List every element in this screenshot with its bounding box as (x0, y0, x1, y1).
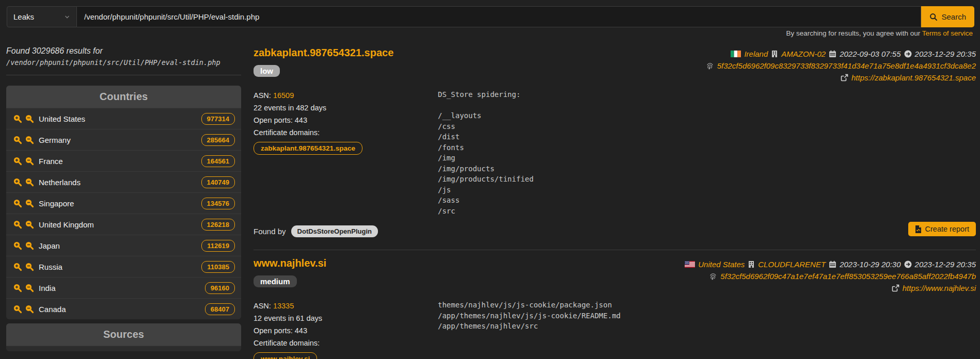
country-row-singapore: Singapore 134576 (6, 192, 241, 214)
fingerprint-link[interactable]: 5f32cf5d6962f09c8329733f8329733f41d34e71… (717, 61, 976, 70)
country-count-badge: 68407 (205, 303, 235, 315)
country-name: India (39, 284, 56, 292)
country-row-united-states: United States 977314 (6, 108, 241, 129)
network-link[interactable]: AMAZON-02 (781, 50, 826, 58)
result-meta: United States CLOUDFLARENET 2023-10-29 2… (685, 258, 976, 294)
zoom-in-icon[interactable] (13, 304, 22, 314)
geo-row: United States CLOUDFLARENET 2023-10-29 2… (685, 258, 976, 270)
search-scope-select[interactable]: Leaks (7, 6, 77, 27)
cert-domain-badge[interactable]: www.najhlev.si (254, 352, 317, 359)
zoom-out-icon[interactable] (25, 283, 34, 292)
result-snippet: DS_Store spidering: /__layouts /css /dis… (438, 89, 976, 216)
country-count-badge: 164561 (201, 155, 235, 167)
fingerprint-link[interactable]: 5f32cf5d6962f09c47a1e7ef47a1e7eff8530532… (720, 272, 976, 281)
search-icon (929, 13, 938, 21)
plugin-badge[interactable]: DotDsStoreOpenPlugin (291, 225, 378, 237)
open-ports-line: Open ports: 443 (254, 114, 438, 126)
asn-line: ASN: 13335 (254, 300, 438, 312)
result-title-link[interactable]: www.najhlev.si (254, 257, 326, 269)
country-name: Japan (39, 241, 60, 250)
country-link[interactable]: United States (698, 260, 745, 269)
asn-link[interactable]: 16509 (273, 91, 294, 100)
country-count-badge: 285664 (201, 134, 235, 146)
cert-domain-badge[interactable]: zabkaplant.987654321.space (254, 142, 362, 155)
severity-badge: medium (254, 275, 297, 287)
geo-row: Ireland AMAZON-02 2022-09-03 07:55 2023-… (706, 48, 976, 60)
zoom-out-icon[interactable] (25, 135, 34, 144)
country-name: United States (39, 115, 85, 123)
external-link-icon (892, 284, 899, 292)
countries-panel: Countries United States 977314 Germany 2… (6, 86, 241, 319)
create-report-label: Create report (925, 225, 969, 233)
sidebar-divider (6, 75, 241, 75)
zoom-out-icon[interactable] (25, 199, 34, 208)
zoom-in-icon[interactable] (13, 114, 22, 123)
search-button[interactable]: Search (921, 6, 974, 27)
zoom-out-icon[interactable] (25, 114, 34, 123)
result-title-link[interactable]: zabkaplant.987654321.space (254, 47, 393, 58)
zoom-in-icon[interactable] (13, 241, 22, 250)
severity-badge: low (254, 65, 280, 77)
terms-line: By searching for results, you agree with… (0, 29, 980, 40)
url-row: https://zabkaplant.987654321.space (706, 72, 976, 84)
country-name: Canada (39, 305, 66, 314)
zoom-in-icon[interactable] (13, 199, 22, 208)
country-count-badge: 112619 (201, 240, 235, 252)
asn-link[interactable]: 13335 (273, 302, 294, 310)
facets-sidebar: Found 3029686 results for /vendor/phpuni… (6, 40, 241, 351)
zoom-out-icon[interactable] (25, 156, 34, 166)
content: Found 3029686 results for /vendor/phpuni… (0, 40, 980, 359)
result-body: ASN: 16509 22 events in 482 days Open po… (254, 89, 976, 216)
zoom-out-icon[interactable] (25, 220, 34, 229)
zoom-out-icon[interactable] (25, 262, 34, 271)
zoom-out-icon[interactable] (25, 177, 34, 187)
results-count: Found 3029686 results for (6, 46, 241, 56)
country-row-germany: Germany 285664 (6, 129, 241, 150)
events-line: 22 events in 482 days (254, 102, 438, 114)
result-url-link[interactable]: https://zabkaplant.987654321.space (851, 73, 976, 82)
country-row-india: India 96160 (6, 277, 241, 298)
calendar-icon (829, 50, 836, 58)
network-link[interactable]: CLOUDFLARENET (758, 260, 826, 269)
first-seen-date: 2023-10-29 20:30 (840, 260, 900, 269)
building-icon (748, 260, 755, 268)
zoom-out-icon[interactable] (25, 304, 34, 314)
result-url-link[interactable]: https://www.najhlev.si (903, 284, 976, 292)
country-row-netherlands: Netherlands 140749 (6, 171, 241, 192)
result-meta: Ireland AMAZON-02 2022-09-03 07:55 2023-… (706, 48, 976, 84)
country-name: Russia (39, 263, 62, 271)
country-name: France (39, 157, 63, 166)
fingerprint-row: 5f32cf5d6962f09c47a1e7ef47a1e7eff8530532… (685, 270, 976, 282)
asn-line: ASN: 16509 (254, 89, 438, 102)
country-row-japan: Japan 112619 (6, 235, 241, 256)
zoom-in-icon[interactable] (13, 156, 22, 166)
country-count-badge: 126218 (201, 219, 235, 231)
countries-header: Countries (6, 86, 241, 108)
country-count-badge: 140749 (201, 176, 235, 188)
country-count-badge: 977314 (201, 113, 235, 125)
zoom-in-icon[interactable] (13, 220, 22, 229)
report-document-icon (915, 225, 922, 233)
country-link[interactable]: Ireland (744, 50, 768, 58)
asn-label: ASN: (254, 91, 271, 100)
events-line: 12 events in 61 days (254, 312, 438, 324)
search-button-label: Search (941, 12, 966, 21)
terms-link[interactable]: Terms of service (922, 29, 973, 37)
leakix-app: Leaks Search By searching for results, y… (0, 0, 980, 359)
zoom-in-icon[interactable] (13, 177, 22, 187)
zoom-in-icon[interactable] (13, 262, 22, 271)
create-report-button[interactable]: Create report (908, 222, 976, 236)
found-by-line: Found by DotDsStoreOpenPlugin (254, 225, 976, 237)
building-icon (771, 50, 778, 58)
results-list: zabkaplant.987654321.space low ASN: 1650… (241, 40, 980, 359)
zoom-in-icon[interactable] (13, 135, 22, 144)
results-summary: Found 3029686 results for /vendor/phpuni… (6, 46, 241, 67)
zoom-in-icon[interactable] (13, 283, 22, 292)
fingerprint-icon (706, 62, 714, 70)
result-snippet: themes/najhlev/js/js-cookie/package.json… (438, 300, 976, 359)
zoom-out-icon[interactable] (25, 241, 34, 250)
search-input[interactable] (77, 6, 921, 27)
last-seen-date: 2023-12-29 20:35 (915, 260, 976, 269)
chevron-down-icon (64, 14, 70, 20)
sources-row-partial (6, 346, 241, 351)
